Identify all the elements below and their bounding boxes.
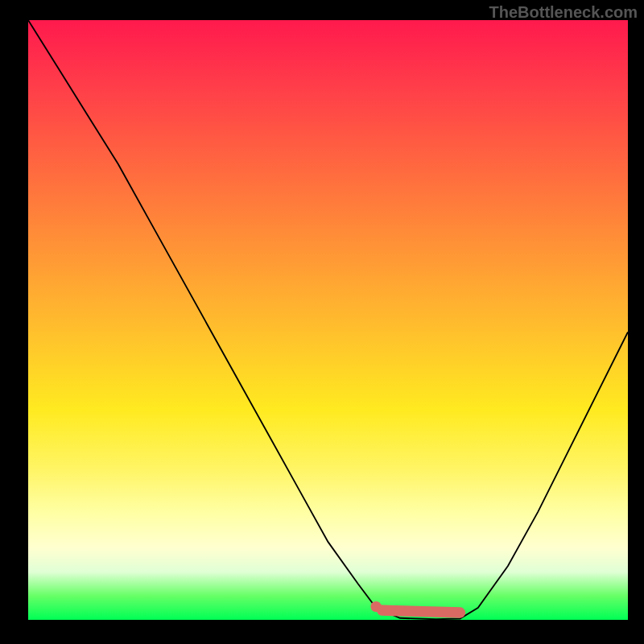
watermark-text: TheBottleneck.com	[489, 3, 638, 22]
main-curve-path	[28, 20, 628, 619]
min-marker-line	[382, 610, 460, 613]
chart-svg	[28, 20, 628, 620]
